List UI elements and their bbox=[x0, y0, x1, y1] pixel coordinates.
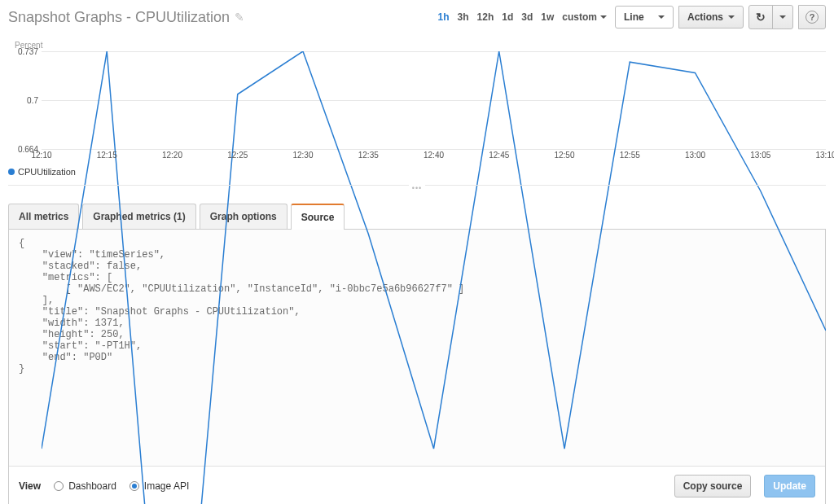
x-tick: 12:55 bbox=[620, 151, 640, 160]
actions-button[interactable]: Actions bbox=[678, 6, 744, 28]
time-range-1d[interactable]: 1d bbox=[502, 11, 513, 23]
time-range-12h[interactable]: 12h bbox=[477, 11, 494, 23]
chart-plot: 0.737 0.7 0.664 bbox=[12, 51, 826, 149]
header-bar: Snapshot Graphs - CPUUtilization ✎ 1h 3h… bbox=[0, 0, 834, 33]
x-tick: 13:05 bbox=[750, 151, 770, 160]
chevron-down-icon bbox=[728, 15, 735, 19]
x-tick: 12:15 bbox=[97, 151, 117, 160]
legend-swatch bbox=[8, 169, 15, 175]
time-range-custom-dropdown[interactable]: custom bbox=[562, 11, 607, 23]
x-tick: 13:00 bbox=[685, 151, 705, 160]
chevron-down-icon bbox=[600, 15, 607, 19]
x-tick: 13:10 bbox=[815, 151, 834, 160]
chevron-down-icon bbox=[779, 15, 786, 19]
y-axis-label: Percent bbox=[15, 41, 826, 50]
time-range-3h[interactable]: 3h bbox=[458, 11, 469, 23]
x-tick: 12:10 bbox=[31, 151, 51, 160]
chart-type-value: Line bbox=[624, 11, 644, 23]
time-range-group: 1h 3h 12h 1d 3d 1w custom bbox=[438, 11, 607, 23]
time-range-1h[interactable]: 1h bbox=[438, 11, 450, 23]
help-button[interactable]: ? bbox=[798, 5, 826, 29]
time-range-1w[interactable]: 1w bbox=[541, 11, 554, 23]
refresh-icon: ↻ bbox=[756, 11, 766, 24]
chevron-down-icon bbox=[658, 15, 665, 19]
refresh-options-button[interactable] bbox=[772, 5, 793, 29]
chart-area: Percent 0.737 0.7 0.664 12:1012:1512:201… bbox=[0, 33, 834, 164]
chart-type-select[interactable]: Line bbox=[615, 6, 674, 28]
x-tick: 12:45 bbox=[489, 151, 509, 160]
x-axis: 12:1012:1512:2012:2512:3012:3512:4012:45… bbox=[42, 149, 826, 164]
x-tick: 12:40 bbox=[424, 151, 444, 160]
x-tick: 12:30 bbox=[292, 151, 313, 160]
edit-icon[interactable]: ✎ bbox=[235, 11, 244, 24]
view-label: View bbox=[19, 480, 41, 492]
time-range-3d[interactable]: 3d bbox=[521, 11, 533, 23]
time-range-custom-label: custom bbox=[562, 11, 597, 23]
resize-divider[interactable]: ••• bbox=[8, 185, 826, 198]
y-axis: 0.737 0.7 0.664 bbox=[12, 51, 40, 149]
x-tick: 12:20 bbox=[162, 151, 182, 160]
x-tick: 12:25 bbox=[227, 151, 248, 160]
help-icon: ? bbox=[805, 11, 819, 24]
x-tick: 12:35 bbox=[358, 151, 379, 160]
y-tick: 0.7 bbox=[27, 96, 38, 105]
x-tick: 12:50 bbox=[554, 151, 574, 160]
page-title: Snapshot Graphs - CPUUtilization bbox=[8, 9, 230, 26]
tab-source[interactable]: Source bbox=[291, 204, 345, 230]
refresh-button[interactable]: ↻ bbox=[748, 5, 773, 29]
y-tick: 0.737 bbox=[18, 47, 38, 56]
line-chart-svg bbox=[42, 51, 826, 504]
grip-icon: ••• bbox=[409, 184, 425, 192]
actions-label: Actions bbox=[687, 11, 723, 23]
